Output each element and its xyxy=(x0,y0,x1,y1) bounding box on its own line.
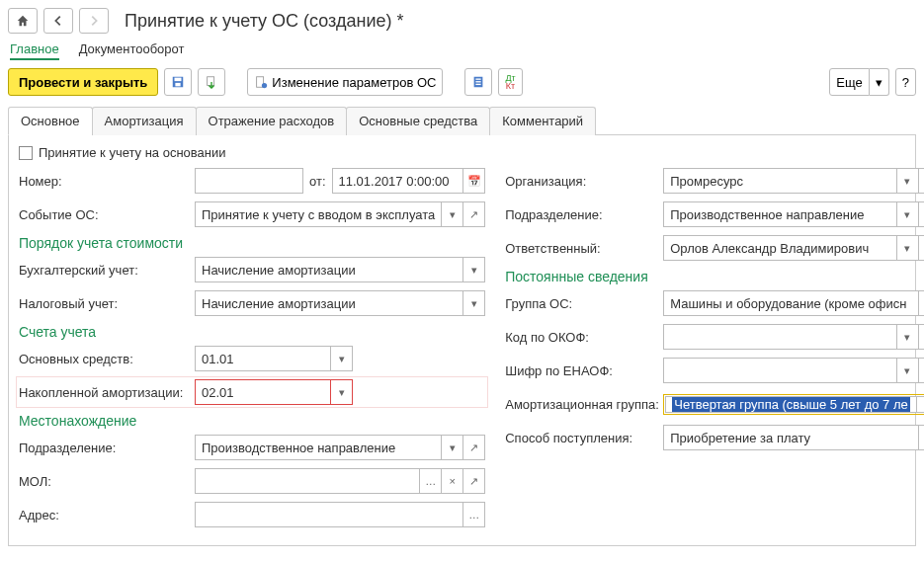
post-button[interactable] xyxy=(198,68,225,96)
enaof-label: Шифр по ЕНАОФ: xyxy=(505,363,663,378)
document-icon xyxy=(254,75,268,89)
caret-down-icon: ▾ xyxy=(450,442,456,454)
viewtab-main[interactable]: Главное xyxy=(10,40,59,60)
org-input[interactable]: Промресурс xyxy=(663,168,897,194)
tab-expenses[interactable]: Отражение расходов xyxy=(196,107,348,135)
amort-group-value: Четвертая группа (свыше 5 лет до 7 ле xyxy=(672,397,910,412)
resp-input[interactable]: Орлов Александр Владимирович xyxy=(663,235,897,261)
acc-amort-dropdown-button[interactable]: ▾ xyxy=(331,379,353,405)
enaof-input[interactable] xyxy=(663,358,897,383)
okof-label: Код по ОКОФ: xyxy=(505,330,663,345)
enaof-open-button[interactable]: ↗ xyxy=(919,358,924,383)
event-dropdown-button[interactable]: ▾ xyxy=(442,201,463,227)
dtkt-button[interactable]: ДтКт xyxy=(498,68,522,96)
dept-right-dropdown-button[interactable]: ▾ xyxy=(897,201,919,227)
home-button[interactable] xyxy=(8,8,38,34)
okof-open-button[interactable]: ↗ xyxy=(919,324,924,350)
svg-rect-9 xyxy=(476,84,481,85)
caret-down-icon: ▾ xyxy=(904,331,910,344)
section-cost: Порядок учета стоимости xyxy=(19,235,485,251)
number-input[interactable] xyxy=(195,168,303,194)
group-dropdown-button[interactable]: ▾ xyxy=(919,290,924,316)
section-const: Постоянные сведения xyxy=(505,269,924,284)
number-label: Номер: xyxy=(19,174,195,189)
mol-open-button[interactable]: ↗ xyxy=(463,468,485,494)
dots-icon: … xyxy=(468,509,479,521)
method-dropdown-button[interactable]: ▾ xyxy=(919,425,924,450)
report-button[interactable] xyxy=(464,68,492,96)
open-icon: ↗ xyxy=(469,208,478,221)
dept-right-label: Подразделение: xyxy=(505,207,663,222)
caret-down-icon: ▾ xyxy=(904,364,910,377)
more-button[interactable]: Еще xyxy=(829,68,869,96)
bu-input[interactable]: Начисление амортизации xyxy=(195,257,463,282)
dots-icon: … xyxy=(425,475,436,487)
dept-right-open-button[interactable]: ↗ xyxy=(919,201,924,227)
more-dropdown-button[interactable]: ▾ xyxy=(870,68,889,96)
org-label: Организация: xyxy=(505,174,663,189)
help-button[interactable]: ? xyxy=(895,68,916,96)
change-params-button[interactable]: Изменение параметров ОС xyxy=(247,68,443,96)
save-button[interactable] xyxy=(164,68,192,96)
svg-rect-8 xyxy=(476,81,481,82)
caret-down-icon: ▾ xyxy=(904,208,910,221)
method-label: Способ поступления: xyxy=(505,431,663,445)
section-accounts: Счета учета xyxy=(19,324,485,340)
mol-input[interactable] xyxy=(195,468,420,494)
nu-input[interactable]: Начисление амортизации xyxy=(195,290,463,316)
nu-dropdown-button[interactable]: ▾ xyxy=(463,290,485,316)
resp-dropdown-button[interactable]: ▾ xyxy=(897,235,919,261)
page-title: Принятие к учету ОС (создание) * xyxy=(125,11,404,32)
dtkt-icon: ДтКт xyxy=(505,74,515,90)
nu-label: Налоговый учет: xyxy=(19,296,195,311)
amort-group-dropdown-button[interactable]: ▾ xyxy=(917,396,924,413)
resp-open-button[interactable]: ↗ xyxy=(919,235,924,261)
event-open-button[interactable]: ↗ xyxy=(463,201,485,227)
org-dropdown-button[interactable]: ▾ xyxy=(897,168,919,194)
bu-dropdown-button[interactable]: ▾ xyxy=(463,257,485,282)
amort-group-input[interactable]: Четвертая группа (свыше 5 лет до 7 ле xyxy=(665,396,917,413)
addr-label: Адрес: xyxy=(19,508,195,522)
group-input[interactable]: Машины и оборудование (кроме офисн xyxy=(663,290,919,316)
event-input[interactable]: Принятие к учету с вводом в эксплуата xyxy=(195,201,442,227)
enaof-dropdown-button[interactable]: ▾ xyxy=(897,358,919,383)
tab-amortization[interactable]: Амортизация xyxy=(92,107,197,135)
post-and-close-button[interactable]: Провести и закрыть xyxy=(8,68,158,96)
date-picker-button[interactable]: 📅 xyxy=(463,168,485,194)
arrow-left-icon xyxy=(51,14,65,28)
basis-checkbox[interactable] xyxy=(19,146,33,160)
caret-down-icon: ▾ xyxy=(471,297,477,310)
dept-right-input[interactable]: Производственное направление xyxy=(663,201,897,227)
amort-group-label: Амортизационная группа: xyxy=(505,397,663,412)
addr-input[interactable] xyxy=(195,502,463,527)
svg-rect-3 xyxy=(208,77,214,86)
svg-rect-7 xyxy=(476,79,481,80)
addr-select-button[interactable]: … xyxy=(463,502,485,527)
mol-select-button[interactable]: … xyxy=(420,468,442,494)
viewtab-docflow[interactable]: Документооборот xyxy=(79,40,185,60)
acc-os-input[interactable]: 01.01 xyxy=(195,346,331,371)
date-input[interactable]: 11.01.2017 0:00:00 xyxy=(332,168,464,194)
svg-rect-2 xyxy=(176,83,181,87)
caret-down-icon: ▾ xyxy=(876,75,882,90)
okof-dropdown-button[interactable]: ▾ xyxy=(897,324,919,350)
dept-left-open-button[interactable]: ↗ xyxy=(463,435,485,460)
tab-comment[interactable]: Комментарий xyxy=(489,107,596,135)
org-open-button[interactable]: ↗ xyxy=(919,168,924,194)
svg-rect-1 xyxy=(175,78,182,82)
acc-os-dropdown-button[interactable]: ▾ xyxy=(331,346,353,371)
okof-input[interactable] xyxy=(663,324,897,350)
dept-left-input[interactable]: Производственное направление xyxy=(195,435,442,460)
tab-main[interactable]: Основное xyxy=(8,107,93,135)
back-button[interactable] xyxy=(43,8,73,34)
tab-fixed-assets[interactable]: Основные средства xyxy=(346,107,490,135)
open-icon: ↗ xyxy=(469,475,478,488)
acc-os-label: Основных средств: xyxy=(19,352,195,366)
change-params-label: Изменение параметров ОС xyxy=(272,75,436,90)
mol-clear-button[interactable]: × xyxy=(442,468,463,494)
forward-button[interactable] xyxy=(79,8,109,34)
caret-down-icon: ▾ xyxy=(450,208,456,221)
acc-amort-input[interactable]: 02.01 xyxy=(195,379,331,405)
method-input[interactable]: Приобретение за плату xyxy=(663,425,919,450)
dept-left-dropdown-button[interactable]: ▾ xyxy=(442,435,463,460)
